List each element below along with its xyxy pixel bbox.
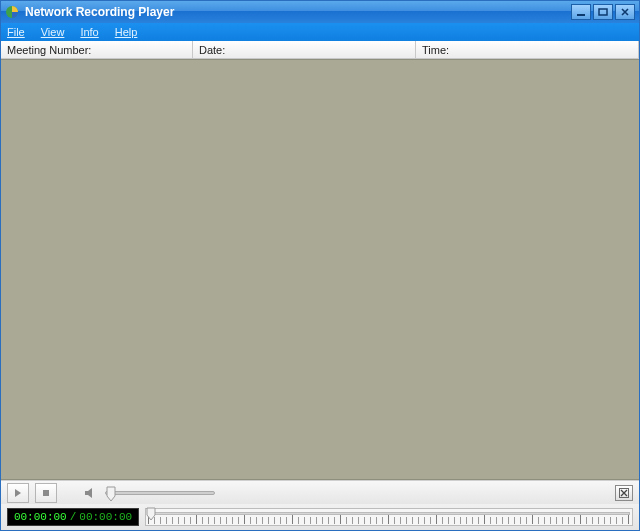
stop-button[interactable] xyxy=(35,483,57,503)
col-meeting-label: Meeting Number: xyxy=(7,44,91,56)
col-time-label: Time: xyxy=(422,44,449,56)
volume-slider-thumb[interactable] xyxy=(106,486,116,502)
volume-icon[interactable] xyxy=(83,487,99,499)
play-icon xyxy=(13,488,23,498)
menu-view[interactable]: View xyxy=(41,26,65,38)
svg-rect-2 xyxy=(599,9,607,15)
playback-controls xyxy=(1,480,639,504)
app-icon xyxy=(5,5,19,19)
seek-slider-thumb[interactable] xyxy=(146,507,156,523)
time-total: 00:00:00 xyxy=(79,511,132,523)
col-date-label: Date: xyxy=(199,44,225,56)
svg-rect-3 xyxy=(43,490,49,496)
menu-help[interactable]: Help xyxy=(115,26,138,38)
close-icon xyxy=(619,488,629,498)
volume-slider[interactable] xyxy=(105,491,215,495)
stop-icon xyxy=(41,488,51,498)
app-window: Network Recording Player File View Info … xyxy=(0,0,640,531)
window-buttons xyxy=(571,4,635,20)
time-display: 00:00:00 / 00:00:00 xyxy=(7,508,139,526)
menu-info[interactable]: Info xyxy=(80,26,98,38)
info-header-row: Meeting Number: Date: Time: xyxy=(1,41,639,59)
time-separator: / xyxy=(70,511,77,523)
time-current: 00:00:00 xyxy=(14,511,67,523)
col-meeting: Meeting Number: xyxy=(1,41,193,58)
panel-close-button[interactable] xyxy=(615,485,633,501)
timeline-row: 00:00:00 / 00:00:00 xyxy=(1,504,639,530)
play-button[interactable] xyxy=(7,483,29,503)
menu-file[interactable]: File xyxy=(7,26,25,38)
seek-slider[interactable] xyxy=(145,508,633,526)
svg-rect-1 xyxy=(577,14,585,16)
col-date: Date: xyxy=(193,41,416,58)
seek-ticks-major xyxy=(148,515,630,524)
col-time: Time: xyxy=(416,41,639,58)
maximize-button[interactable] xyxy=(593,4,613,20)
minimize-button[interactable] xyxy=(571,4,591,20)
window-title: Network Recording Player xyxy=(25,5,571,19)
playback-area xyxy=(1,59,639,480)
menubar: File View Info Help xyxy=(1,23,639,41)
titlebar: Network Recording Player xyxy=(1,1,639,23)
close-button[interactable] xyxy=(615,4,635,20)
